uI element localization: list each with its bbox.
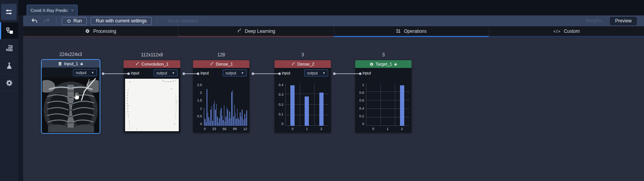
toolbar-divider bbox=[157, 18, 158, 24]
node-dimension-label: 112x112x8 bbox=[141, 52, 163, 58]
input-port-label: input bbox=[200, 71, 209, 75]
dense1-histogram-chart: 2.521.510.50 033669912 bbox=[194, 83, 247, 131]
dense1-preview: 2.521.510.50 033669912 bbox=[193, 78, 249, 133]
target-gear-icon bbox=[369, 62, 374, 66]
statistics-icon bbox=[5, 44, 13, 52]
y-axis-ticks: 2.521.510.50 bbox=[194, 83, 204, 126]
bars bbox=[366, 83, 409, 126]
database-icon bbox=[58, 62, 62, 66]
weights-toggle[interactable]: Weights bbox=[585, 18, 602, 24]
model-canvas[interactable]: 224x224x3 Input_1 output ▼ bbox=[23, 37, 644, 181]
feature-map-image bbox=[125, 79, 179, 131]
output-port-conv1[interactable] bbox=[183, 73, 185, 75]
preview-toggle-label: Preview bbox=[615, 18, 632, 24]
tab-custom-label: Custom bbox=[564, 29, 580, 34]
tab-operations[interactable]: Operations bbox=[334, 26, 489, 37]
close-icon[interactable]: × bbox=[71, 8, 74, 13]
lock-icon bbox=[80, 62, 83, 66]
sidebar-item-lab[interactable] bbox=[0, 57, 18, 74]
chevron-down-icon: ▼ bbox=[322, 71, 325, 75]
run-button[interactable]: Run bbox=[62, 17, 87, 25]
output-dropdown-label: output bbox=[76, 71, 86, 75]
undo-icon[interactable] bbox=[31, 18, 38, 24]
connections-layer bbox=[23, 37, 644, 181]
x-axis-ticks: 012 bbox=[285, 127, 329, 131]
app-window: Covid X-Ray Predicti... × Run Run with c… bbox=[0, 0, 644, 181]
y-axis-ticks: 10.80.60.40.20 bbox=[356, 83, 366, 126]
sidebar-item-statistics[interactable] bbox=[0, 40, 18, 57]
plot-area bbox=[366, 83, 409, 126]
rocket-icon bbox=[237, 29, 242, 34]
sidebar-item-settings[interactable] bbox=[0, 74, 18, 91]
run-button-label: Run bbox=[73, 18, 82, 24]
x-axis-ticks: 033669912 bbox=[204, 127, 247, 131]
output-port-dense1[interactable] bbox=[252, 73, 254, 75]
plot-area bbox=[285, 83, 329, 126]
output-dropdown-label: output bbox=[156, 71, 167, 75]
output-variable-dropdown[interactable]: output ▼ bbox=[154, 69, 178, 76]
chevron-down-icon: ▼ bbox=[91, 71, 94, 74]
sliders-icon[interactable] bbox=[1, 4, 17, 20]
node-title: Input_1 bbox=[64, 61, 78, 66]
output-port-dense2[interactable] bbox=[333, 73, 336, 75]
output-variable-dropdown[interactable]: output ▼ bbox=[73, 69, 97, 76]
node-title: Dense_2 bbox=[297, 62, 314, 66]
target1-bar-chart: 10.80.60.40.20 012 bbox=[356, 83, 409, 131]
layer-category-tabs: Processing Deep Learning Operations </> … bbox=[23, 26, 644, 37]
y-axis-ticks: 0.40.30.20.10 bbox=[275, 83, 285, 126]
output-variable-dropdown[interactable]: output ▼ bbox=[304, 69, 328, 76]
document-tab[interactable]: Covid X-Ray Predicti... × bbox=[27, 5, 78, 15]
power-icon bbox=[67, 19, 71, 23]
sidebar-item-model-editor[interactable] bbox=[0, 22, 18, 39]
document-tab-bar: Covid X-Ray Predicti... × bbox=[18, 0, 644, 15]
go-to-statistics-button[interactable]: Go to statistics bbox=[163, 17, 203, 25]
node-title: Dense_1 bbox=[216, 62, 233, 66]
toolbar-divider bbox=[56, 18, 56, 24]
x-axis-ticks: 012 bbox=[366, 127, 409, 131]
grid-dots-icon bbox=[396, 29, 401, 34]
node-dimension-label: 128 bbox=[217, 52, 225, 58]
tab-custom[interactable]: </> Custom bbox=[489, 26, 644, 37]
output-dropdown-label: output bbox=[225, 71, 236, 75]
settings-gear-icon bbox=[5, 79, 13, 87]
node-title: Convolution_1 bbox=[141, 62, 168, 66]
node-input-1[interactable]: 224x224x3 Input_1 output ▼ bbox=[42, 52, 100, 133]
node-target-1[interactable]: 3 Target_1 input 10.80.60.40.20 012 bbox=[355, 52, 412, 133]
node-convolution-1[interactable]: 112x112x8 Convolution_1 input output ▼ bbox=[124, 52, 180, 133]
toolbar: Run Run with current settings Go to stat… bbox=[23, 15, 644, 26]
document-tab-title: Covid X-Ray Predicti... bbox=[31, 8, 68, 13]
node-dimension-label: 224x224x3 bbox=[59, 52, 82, 58]
node-dense-1[interactable]: 128 Dense_1 input output ▼ 2.521.510. bbox=[193, 52, 249, 133]
output-port-input1[interactable] bbox=[102, 73, 104, 75]
input-port-label: input bbox=[363, 71, 371, 75]
convolution-preview-image bbox=[124, 78, 180, 133]
rocket-icon bbox=[135, 62, 139, 66]
redo-icon[interactable] bbox=[43, 18, 50, 24]
tab-processing[interactable]: Processing bbox=[23, 26, 178, 37]
run-with-current-settings-label: Run with current settings bbox=[96, 18, 147, 24]
target1-preview: 10.80.60.40.20 012 bbox=[355, 78, 412, 133]
chevron-down-icon: ▼ bbox=[241, 71, 244, 75]
output-variable-dropdown[interactable]: output ▼ bbox=[223, 69, 247, 76]
code-icon: </> bbox=[553, 29, 561, 34]
xray-preview-image bbox=[42, 78, 100, 133]
tab-processing-label: Processing bbox=[93, 29, 116, 34]
bars bbox=[285, 83, 329, 126]
tab-operations-label: Operations bbox=[404, 29, 427, 34]
go-to-statistics-label: Go to statistics bbox=[168, 18, 198, 24]
plot-area bbox=[204, 83, 247, 126]
tab-deep-learning[interactable]: Deep Learning bbox=[178, 26, 333, 37]
chevron-down-icon: ▼ bbox=[172, 71, 175, 75]
output-dropdown-label: output bbox=[307, 71, 318, 75]
dense2-preview: 0.40.30.20.10 012 bbox=[275, 78, 331, 133]
bars bbox=[204, 83, 247, 126]
node-dimension-label: 3 bbox=[302, 52, 304, 58]
rocket-icon bbox=[291, 62, 295, 66]
cursor-pointer-icon bbox=[73, 91, 80, 100]
run-with-current-settings-button[interactable]: Run with current settings bbox=[91, 17, 152, 25]
gear-icon bbox=[85, 29, 90, 34]
tab-deep-learning-label: Deep Learning bbox=[245, 29, 275, 34]
preview-toggle[interactable]: Preview bbox=[610, 17, 637, 25]
model-editor-icon bbox=[6, 27, 14, 35]
node-dense-2[interactable]: 3 Dense_2 input output ▼ 0.40.30.20.1 bbox=[275, 52, 331, 133]
